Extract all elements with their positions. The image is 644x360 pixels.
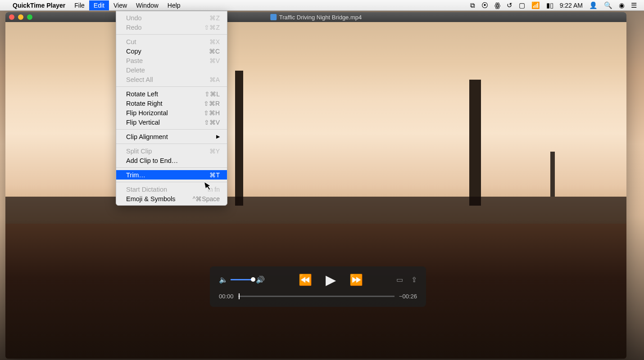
menuitem-label: Flip Vertical — [126, 119, 160, 126]
scrubber-row: 00:00 −00:26 — [219, 293, 417, 300]
menuitem-label: Trim… — [126, 171, 145, 179]
menu-file[interactable]: File — [70, 0, 89, 10]
menuitem-label: Redo — [126, 24, 142, 31]
spotlight-icon[interactable]: 🔍 — [604, 1, 612, 9]
menu-help[interactable]: Help — [163, 0, 185, 10]
submenu-arrow-icon: ▶ — [216, 134, 220, 140]
menu-separator — [116, 182, 227, 182]
player-controls: 🔈 🔊 ⏪ ▶ ⏩ ▭ ⇪ 00:00 −00:26 — [210, 266, 426, 307]
menuitem-flip-vertical[interactable]: Flip Vertical⇧⌘V — [116, 117, 227, 127]
screen-record-icon[interactable]: ⦿ — [481, 1, 488, 9]
menuitem-label: Start Dictation — [126, 186, 167, 193]
remaining-time: −00:26 — [399, 293, 417, 300]
menuitem-select-all: Select All⌘A — [116, 75, 227, 84]
menuitem-label: Emoji & Symbols — [126, 195, 176, 202]
wifi-icon[interactable]: 📶 — [531, 1, 540, 9]
time-machine-icon[interactable]: ↺ — [507, 1, 512, 9]
menuitem-label: Undo — [126, 14, 142, 22]
zoom-button[interactable] — [27, 14, 32, 20]
menuitem-shortcut: ^⌘Space — [193, 195, 220, 202]
menuitem-label: Rotate Right — [126, 100, 163, 107]
menuitem-redo: Redo⇧⌘Z — [116, 22, 227, 32]
user-icon[interactable]: 👤 — [589, 1, 598, 9]
menu-edit[interactable]: Edit — [89, 0, 109, 10]
battery-icon[interactable]: ▮▯ — [546, 1, 553, 9]
volume-low-icon[interactable]: 🔈 — [219, 275, 228, 284]
menuitem-shortcut: ⌘C — [209, 48, 220, 55]
menu-view[interactable]: View — [109, 0, 132, 10]
window-title-text: Traffic Driving Night Bridge.mp4 — [279, 14, 362, 21]
menuitem-shortcut: ⌘Y — [209, 148, 220, 155]
menuitem-split-clip: Split Clip⌘Y — [116, 146, 227, 156]
volume-fill — [231, 279, 253, 280]
menuitem-shortcut: ⌘T — [209, 171, 220, 179]
extra-controls: ▭ ⇪ — [396, 275, 417, 284]
menuitem-flip-horizontal[interactable]: Flip Horizontal⇧⌘H — [116, 108, 227, 117]
menubar: QuickTime Player File Edit View Window H… — [0, 0, 644, 11]
menuitem-shortcut: ⇧⌘H — [204, 109, 220, 117]
menuitem-label: Delete — [126, 67, 145, 74]
airplay-icon[interactable]: ▢ — [519, 1, 525, 9]
menuitem-copy[interactable]: Copy⌘C — [116, 46, 227, 56]
menuitem-label: Add Clip to End… — [126, 157, 178, 164]
video-window: Traffic Driving Night Bridge.mp4 🔈 🔊 ⏪ ▶… — [5, 12, 626, 359]
traffic-lights — [9, 14, 32, 20]
transport-buttons: ⏪ ▶ ⏩ — [299, 272, 363, 288]
menu-separator — [116, 34, 227, 35]
elapsed-time: 00:00 — [219, 293, 234, 300]
menuitem-undo: Undo⌘Z — [116, 13, 227, 22]
menubar-left: QuickTime Player File Edit View Window H… — [4, 0, 185, 10]
titlebar[interactable]: Traffic Driving Night Bridge.mp4 — [5, 12, 626, 22]
clock[interactable]: 9:22 AM — [560, 2, 583, 9]
menuitem-start-dictation: Start Dictationfn fn — [116, 184, 227, 194]
playhead[interactable] — [239, 293, 240, 299]
menuitem-add-clip-to-end[interactable]: Add Clip to End… — [116, 156, 227, 165]
dropbox-icon[interactable]: ⧉ — [470, 1, 475, 9]
menuitem-shortcut: ⇧⌘V — [204, 119, 220, 126]
fast-forward-button[interactable]: ⏩ — [349, 274, 363, 286]
menu-separator — [116, 86, 227, 87]
menuitem-shortcut: ⇧⌘Z — [204, 24, 220, 31]
menuitem-shortcut: fn fn — [208, 186, 220, 193]
menuitem-label: Flip Horizontal — [126, 109, 168, 117]
menuitem-rotate-right[interactable]: Rotate Right⇧⌘R — [116, 99, 227, 108]
menu-window[interactable]: Window — [132, 0, 163, 10]
notification-center-icon[interactable]: ☰ — [631, 1, 637, 9]
airplay-video-icon[interactable]: ▭ — [396, 275, 403, 284]
close-button[interactable] — [9, 14, 14, 20]
menuitem-label: Clip Alignment — [126, 133, 168, 140]
minimize-button[interactable] — [18, 14, 23, 20]
siri-icon[interactable]: ◉ — [619, 1, 625, 9]
window-title: Traffic Driving Night Bridge.mp4 — [270, 14, 362, 21]
menuitem-rotate-left[interactable]: Rotate Left⇧⌘L — [116, 89, 227, 99]
menuitem-label: Rotate Left — [126, 90, 158, 98]
transport-row: 🔈 🔊 ⏪ ▶ ⏩ ▭ ⇪ — [219, 272, 417, 288]
menuitem-trim[interactable]: Trim…⌘T — [116, 170, 227, 180]
volume-slider[interactable] — [231, 279, 253, 280]
menu-separator — [116, 129, 227, 130]
flame-icon[interactable]: ꙮ — [494, 1, 500, 9]
menuitem-label: Copy — [126, 48, 141, 55]
volume-thumb[interactable] — [251, 277, 255, 282]
bridge-deck — [5, 197, 626, 224]
menuitem-shortcut: ⌘X — [209, 38, 220, 45]
menuitem-emoji-symbols[interactable]: Emoji & Symbols^⌘Space — [116, 194, 227, 203]
menuitem-label: Split Clip — [126, 148, 152, 155]
app-name[interactable]: QuickTime Player — [8, 2, 70, 9]
menuitem-clip-alignment[interactable]: Clip Alignment▶ — [116, 132, 227, 141]
menuitem-shortcut: ⌘V — [209, 57, 220, 64]
menuitem-label: Cut — [126, 38, 136, 45]
menuitem-paste: Paste⌘V — [116, 56, 227, 65]
menu-separator — [116, 144, 227, 144]
rewind-button[interactable]: ⏪ — [299, 274, 312, 286]
volume-group: 🔈 🔊 — [219, 275, 265, 284]
scrubber[interactable] — [238, 296, 395, 297]
share-icon[interactable]: ⇪ — [411, 275, 417, 284]
video-content[interactable] — [5, 22, 626, 359]
play-button[interactable]: ▶ — [326, 272, 336, 288]
volume-high-icon[interactable]: 🔊 — [256, 275, 265, 284]
video-file-icon — [270, 14, 277, 20]
bridge-pylon — [235, 71, 243, 206]
menuitem-shortcut: ⌘A — [209, 76, 220, 83]
menubar-right: ⧉ ⦿ ꙮ ↺ ▢ 📶 ▮▯ 9:22 AM 👤 🔍 ◉ ☰ — [470, 1, 640, 9]
